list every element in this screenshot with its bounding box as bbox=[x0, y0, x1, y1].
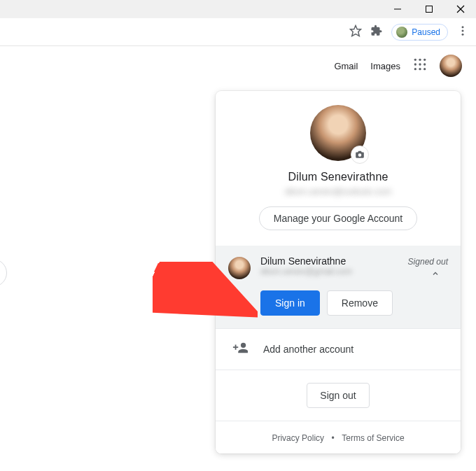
remove-account-button[interactable]: Remove bbox=[327, 290, 393, 316]
other-account-avatar-icon bbox=[228, 257, 251, 279]
svg-point-14 bbox=[414, 68, 416, 70]
sign-out-row: Sign out bbox=[216, 370, 461, 421]
other-account-actions: Sign in Remove bbox=[260, 290, 448, 316]
svg-point-11 bbox=[414, 63, 416, 65]
minimize-button[interactable] bbox=[382, 0, 413, 18]
paused-label: Paused bbox=[412, 27, 440, 37]
add-account-label: Add another account bbox=[263, 344, 354, 355]
chevron-up-icon[interactable] bbox=[431, 268, 440, 281]
footer-separator: • bbox=[332, 433, 335, 443]
images-link[interactable]: Images bbox=[370, 61, 400, 71]
privacy-policy-link[interactable]: Privacy Policy bbox=[272, 433, 324, 443]
other-account-status: Signed out bbox=[408, 257, 448, 267]
profile-paused-button[interactable]: Paused bbox=[391, 24, 448, 41]
maximize-button[interactable] bbox=[413, 0, 444, 18]
svg-point-8 bbox=[414, 59, 416, 61]
google-header: Gmail Images bbox=[0, 46, 476, 77]
svg-rect-1 bbox=[426, 6, 432, 13]
other-account-section: Dilum Senevirathne dilum.senev@gmail.com… bbox=[216, 246, 461, 328]
add-person-icon bbox=[232, 340, 248, 358]
close-button[interactable] bbox=[444, 0, 476, 18]
sign-out-button[interactable]: Sign out bbox=[307, 383, 369, 408]
svg-point-16 bbox=[424, 68, 426, 70]
svg-point-10 bbox=[424, 59, 426, 61]
window-titlebar bbox=[0, 0, 476, 18]
svg-point-12 bbox=[419, 63, 421, 65]
svg-point-13 bbox=[424, 63, 426, 65]
svg-point-6 bbox=[462, 29, 464, 31]
extensions-icon[interactable] bbox=[370, 24, 383, 40]
current-account-name: Dilum Senevirathne bbox=[216, 171, 461, 183]
add-account-row[interactable]: Add another account bbox=[216, 328, 461, 370]
current-account-section: Dilum Senevirathne dilum.senev@outlook.c… bbox=[216, 91, 461, 246]
camera-icon bbox=[355, 150, 365, 160]
sign-in-button[interactable]: Sign in bbox=[260, 290, 320, 316]
manage-account-button[interactable]: Manage your Google Account bbox=[259, 206, 417, 230]
side-arc-decoration bbox=[0, 259, 7, 287]
profile-avatar[interactable] bbox=[440, 55, 462, 77]
google-apps-icon[interactable] bbox=[413, 57, 427, 74]
svg-point-7 bbox=[462, 33, 464, 35]
change-avatar-button[interactable] bbox=[351, 146, 369, 164]
other-account-email: dilum.senev@gmail.com bbox=[260, 267, 448, 276]
chrome-menu-icon[interactable] bbox=[456, 24, 469, 40]
gmail-link[interactable]: Gmail bbox=[334, 61, 358, 71]
other-account-row[interactable]: Dilum Senevirathne dilum.senev@gmail.com… bbox=[228, 255, 448, 279]
svg-marker-4 bbox=[351, 25, 361, 36]
account-popup: Dilum Senevirathne dilum.senev@outlook.c… bbox=[216, 91, 461, 454]
browser-toolbar: Paused bbox=[0, 18, 476, 46]
svg-point-5 bbox=[462, 26, 464, 28]
current-avatar bbox=[310, 105, 366, 161]
current-account-email: dilum.senev@outlook.com bbox=[216, 186, 461, 197]
svg-point-9 bbox=[419, 59, 421, 61]
terms-of-service-link[interactable]: Terms of Service bbox=[342, 433, 404, 443]
svg-point-15 bbox=[419, 68, 421, 70]
profile-avatar-small-icon bbox=[396, 27, 407, 38]
bookmark-star-icon[interactable] bbox=[349, 24, 362, 40]
popup-footer: Privacy Policy • Terms of Service bbox=[216, 421, 461, 454]
